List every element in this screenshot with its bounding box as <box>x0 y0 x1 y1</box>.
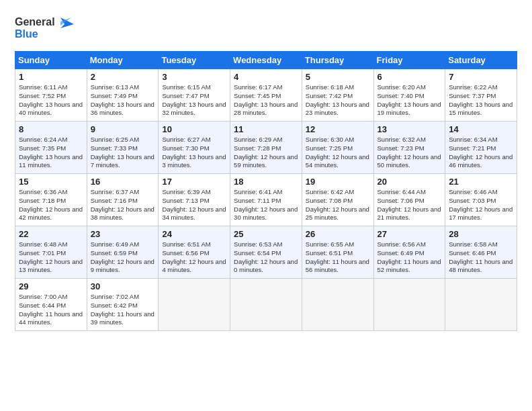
calendar-cell: 4 Sunrise: 6:17 AM Sunset: 7:45 PM Dayli… <box>230 69 302 122</box>
day-number: 21 <box>449 177 513 187</box>
cell-daylight: Daylight: 13 hours and 36 minutes. <box>91 101 154 117</box>
cell-sunset: Sunset: 6:44 PM <box>19 302 66 309</box>
calendar-cell: 22 Sunrise: 6:48 AM Sunset: 7:01 PM Dayl… <box>15 226 87 279</box>
cell-sunset: Sunset: 7:03 PM <box>449 197 496 204</box>
logo: General Blue <box>15 12 75 44</box>
cell-sunrise: Sunrise: 6:55 AM <box>306 240 354 248</box>
cell-sunrise: Sunrise: 6:37 AM <box>91 188 139 195</box>
cell-sunset: Sunset: 7:42 PM <box>306 92 353 99</box>
cell-sunset: Sunset: 7:52 PM <box>19 92 66 99</box>
cell-sunrise: Sunrise: 6:32 AM <box>378 136 426 143</box>
cell-daylight: Daylight: 13 hours and 19 minutes. <box>378 101 441 117</box>
day-number: 29 <box>19 281 83 291</box>
day-number: 2 <box>91 72 155 82</box>
cell-daylight: Daylight: 11 hours and 39 minutes. <box>91 310 154 326</box>
calendar-cell: 16 Sunrise: 6:37 AM Sunset: 7:16 PM Dayl… <box>87 174 159 226</box>
calendar-cell: 24 Sunrise: 6:51 AM Sunset: 6:56 PM Dayl… <box>159 226 230 279</box>
page: General Blue Sunday Monday Tuesday Wedne… <box>0 0 532 411</box>
day-number: 18 <box>234 177 298 187</box>
cell-sunset: Sunset: 7:33 PM <box>91 144 138 152</box>
cell-sunrise: Sunrise: 6:13 AM <box>91 83 139 91</box>
day-number: 19 <box>306 177 370 187</box>
cell-sunset: Sunset: 6:59 PM <box>91 249 138 257</box>
cell-sunset: Sunset: 7:45 PM <box>234 92 281 99</box>
calendar-cell: 14 Sunrise: 6:34 AM Sunset: 7:21 PM Dayl… <box>445 122 517 174</box>
cell-sunrise: Sunrise: 6:56 AM <box>378 240 426 248</box>
calendar-cell: 30 Sunrise: 7:02 AM Sunset: 6:42 PM Dayl… <box>87 279 159 331</box>
cell-daylight: Daylight: 12 hours and 34 minutes. <box>162 205 226 222</box>
cell-daylight: Daylight: 12 hours and 38 minutes. <box>91 205 154 222</box>
day-number: 11 <box>234 124 298 134</box>
day-number: 14 <box>449 124 513 134</box>
th-wednesday: Wednesday <box>230 52 302 69</box>
cell-daylight: Daylight: 12 hours and 9 minutes. <box>91 258 154 274</box>
cell-daylight: Daylight: 12 hours and 4 minutes. <box>162 258 226 274</box>
calendar-cell: 28 Sunrise: 6:58 AM Sunset: 6:46 PM Dayl… <box>445 226 517 279</box>
day-number: 4 <box>234 72 298 82</box>
cell-sunset: Sunset: 7:01 PM <box>19 249 66 257</box>
cell-daylight: Daylight: 12 hours and 13 minutes. <box>19 258 83 274</box>
cell-sunset: Sunset: 6:49 PM <box>378 249 425 257</box>
th-sunday: Sunday <box>15 52 87 69</box>
cell-sunrise: Sunrise: 6:46 AM <box>449 188 497 195</box>
cell-sunrise: Sunrise: 6:41 AM <box>234 188 282 195</box>
cell-sunrise: Sunrise: 6:42 AM <box>306 188 354 195</box>
cell-daylight: Daylight: 13 hours and 32 minutes. <box>162 101 226 117</box>
cell-daylight: Daylight: 12 hours and 17 minutes. <box>449 205 513 222</box>
th-monday: Monday <box>87 52 159 69</box>
cell-sunset: Sunset: 7:49 PM <box>91 92 138 99</box>
cell-sunrise: Sunrise: 6:22 AM <box>449 83 497 91</box>
cell-daylight: Daylight: 13 hours and 7 minutes. <box>91 153 154 169</box>
cell-sunset: Sunset: 6:51 PM <box>306 249 353 257</box>
cell-sunrise: Sunrise: 6:20 AM <box>378 83 426 91</box>
cell-daylight: Daylight: 12 hours and 25 minutes. <box>306 205 369 222</box>
cell-daylight: Daylight: 13 hours and 3 minutes. <box>162 153 226 169</box>
cell-sunset: Sunset: 6:42 PM <box>91 302 138 309</box>
cell-sunrise: Sunrise: 6:44 AM <box>378 188 426 195</box>
cell-daylight: Daylight: 12 hours and 21 minutes. <box>378 205 441 222</box>
day-number: 9 <box>91 124 155 134</box>
cell-sunset: Sunset: 7:40 PM <box>378 92 425 99</box>
cell-daylight: Daylight: 13 hours and 40 minutes. <box>19 101 83 117</box>
calendar-cell: 5 Sunrise: 6:18 AM Sunset: 7:42 PM Dayli… <box>302 69 373 122</box>
calendar-cell <box>302 279 373 331</box>
cell-sunset: Sunset: 7:08 PM <box>306 197 353 204</box>
cell-sunrise: Sunrise: 6:11 AM <box>19 83 67 91</box>
svg-text:General: General <box>15 16 55 28</box>
calendar-cell: 21 Sunrise: 6:46 AM Sunset: 7:03 PM Dayl… <box>445 174 517 226</box>
calendar-cell: 10 Sunrise: 6:27 AM Sunset: 7:30 PM Dayl… <box>159 122 230 174</box>
th-thursday: Thursday <box>302 52 373 69</box>
day-number: 8 <box>19 124 83 134</box>
cell-sunrise: Sunrise: 6:51 AM <box>162 240 210 248</box>
day-number: 13 <box>378 124 442 134</box>
cell-sunrise: Sunrise: 6:17 AM <box>234 83 282 91</box>
calendar-cell: 20 Sunrise: 6:44 AM Sunset: 7:06 PM Dayl… <box>373 174 445 226</box>
calendar-cell: 13 Sunrise: 6:32 AM Sunset: 7:23 PM Dayl… <box>373 122 445 174</box>
cell-sunrise: Sunrise: 6:39 AM <box>162 188 210 195</box>
cell-sunrise: Sunrise: 6:49 AM <box>91 240 139 248</box>
calendar-cell: 18 Sunrise: 6:41 AM Sunset: 7:11 PM Dayl… <box>230 174 302 226</box>
cell-sunrise: Sunrise: 6:58 AM <box>449 240 497 248</box>
day-number: 23 <box>91 229 155 239</box>
calendar-cell: 27 Sunrise: 6:56 AM Sunset: 6:49 PM Dayl… <box>373 226 445 279</box>
calendar-table: Sunday Monday Tuesday Wednesday Thursday… <box>15 51 517 331</box>
cell-sunrise: Sunrise: 6:48 AM <box>19 240 67 248</box>
cell-sunset: Sunset: 7:21 PM <box>449 144 496 152</box>
cell-sunset: Sunset: 6:56 PM <box>162 249 209 257</box>
cell-sunrise: Sunrise: 7:02 AM <box>91 293 139 300</box>
cell-daylight: Daylight: 12 hours and 0 minutes. <box>234 258 298 274</box>
cell-sunrise: Sunrise: 6:29 AM <box>234 136 282 143</box>
calendar-cell: 6 Sunrise: 6:20 AM Sunset: 7:40 PM Dayli… <box>373 69 445 122</box>
calendar-cell: 23 Sunrise: 6:49 AM Sunset: 6:59 PM Dayl… <box>87 226 159 279</box>
cell-sunrise: Sunrise: 6:15 AM <box>162 83 210 91</box>
day-number: 3 <box>162 72 226 82</box>
cell-daylight: Daylight: 12 hours and 50 minutes. <box>378 153 441 169</box>
calendar-cell <box>159 279 230 331</box>
cell-daylight: Daylight: 13 hours and 11 minutes. <box>19 153 83 169</box>
day-number: 17 <box>162 177 226 187</box>
cell-sunrise: Sunrise: 6:27 AM <box>162 136 210 143</box>
calendar-cell: 1 Sunrise: 6:11 AM Sunset: 7:52 PM Dayli… <box>15 69 87 122</box>
day-number: 22 <box>19 229 83 239</box>
calendar-cell: 3 Sunrise: 6:15 AM Sunset: 7:47 PM Dayli… <box>159 69 230 122</box>
day-number: 30 <box>91 281 155 291</box>
